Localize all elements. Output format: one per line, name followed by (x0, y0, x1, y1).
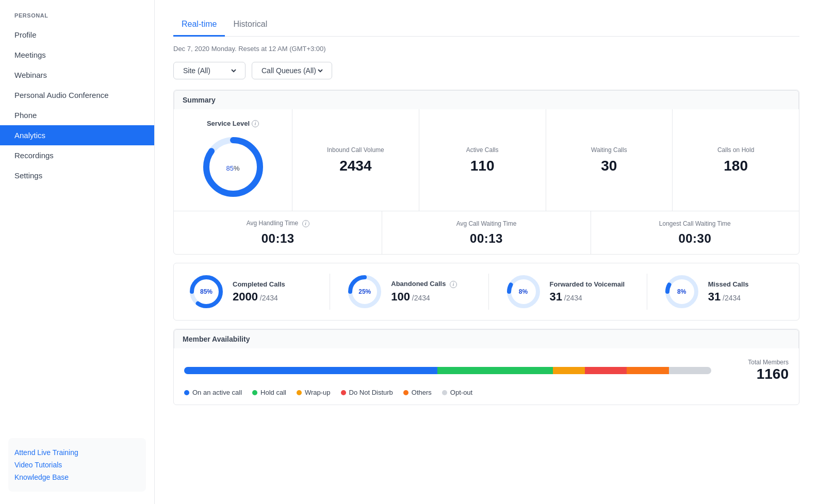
stat-longest-call-waiting-time: Longest Call Waiting Time 00:30 (591, 211, 799, 254)
video-tutorials-link[interactable]: Video Tutorials (14, 459, 140, 471)
legend-hold-call: Hold call (252, 389, 286, 396)
completed-donut: 85% (188, 274, 224, 310)
bar-opt-out (669, 367, 711, 374)
knowledge-base-link[interactable]: Knowledge Base (14, 471, 140, 483)
sidebar-link-settings[interactable]: Settings (0, 165, 154, 186)
stat-calls-on-hold: Calls on Hold 180 (673, 109, 799, 211)
legend-do-not-disturb: Do Not Disturb (341, 389, 393, 396)
summary-bottom-row: Avg Handling Time i 00:13 Avg Call Waiti… (174, 211, 799, 254)
stat-avg-call-waiting-time: Avg Call Waiting Time 00:13 (382, 211, 591, 254)
sidebar-link-webinars[interactable]: Webinars (0, 65, 154, 85)
call-stat-voicemail: 8% Forwarded to Voicemail 31 /2434 (488, 274, 626, 310)
bar-wrap-up (553, 367, 584, 374)
call-stat-abandoned: 25% Abandoned Calls i 100 /2434 (330, 274, 467, 310)
voicemail-donut: 8% (505, 274, 542, 310)
tabs-bar: Real-time Historical (173, 14, 799, 37)
summary-title: Summary (174, 90, 799, 109)
call-queues-select[interactable]: Call Queues (All) (259, 66, 324, 75)
sidebar: PERSONAL Profile Meetings Webinars Perso… (0, 0, 155, 504)
sidebar-help-section: Attend Live Training Video Tutorials Kno… (8, 438, 146, 492)
sidebar-item-recordings[interactable]: Recordings (0, 145, 154, 165)
abandoned-info-icon[interactable]: i (450, 281, 457, 288)
missed-donut: 8% (664, 274, 700, 310)
sidebar-item-analytics[interactable]: Analytics (0, 125, 154, 145)
stats-right: Inbound Call Volume 2434 Active Calls 11… (292, 109, 799, 211)
tab-realtime[interactable]: Real-time (173, 14, 225, 37)
bar-others (627, 367, 669, 374)
sidebar-link-personal-audio-conference[interactable]: Personal Audio Conference (0, 85, 154, 105)
sidebar-section-label: PERSONAL (0, 12, 154, 25)
legend-dot-do-not-disturb (341, 390, 346, 395)
date-info: Dec 7, 2020 Monday. Resets at 12 AM (GMT… (173, 45, 799, 53)
legend-dot-wrap-up (297, 390, 302, 395)
sidebar-link-recordings[interactable]: Recordings (0, 145, 154, 165)
sidebar-item-profile[interactable]: Profile (0, 25, 154, 45)
service-level-box: Service Level i 85% (174, 109, 292, 211)
sidebar-link-analytics[interactable]: Analytics (0, 125, 154, 145)
missed-percent: 8% (677, 288, 686, 295)
sidebar-item-meetings[interactable]: Meetings (0, 45, 154, 65)
member-availability-card: Member Availability Total Members 1160 (173, 329, 799, 405)
bar-hold-call (437, 367, 553, 374)
stat-avg-handling-time: Avg Handling Time i 00:13 (174, 211, 382, 254)
bar-active-call (184, 367, 437, 374)
sidebar-item-personal-audio-conference[interactable]: Personal Audio Conference (0, 85, 154, 105)
completed-percent: 85% (200, 288, 212, 295)
service-level-info-icon[interactable]: i (252, 120, 259, 127)
sidebar-nav: Profile Meetings Webinars Personal Audio… (0, 25, 154, 428)
sidebar-item-phone[interactable]: Phone (0, 105, 154, 125)
bar-do-not-disturb (585, 367, 627, 374)
site-select[interactable]: Site (All) (181, 66, 238, 75)
site-filter[interactable]: Site (All) (173, 62, 246, 79)
legend-dot-opt-out (442, 390, 447, 395)
content-area: Real-time Historical Dec 7, 2020 Monday.… (155, 0, 818, 504)
legend-dot-others (403, 390, 408, 395)
avg-handling-info-icon[interactable]: i (302, 220, 309, 227)
abandoned-donut: 25% (347, 274, 383, 310)
call-stat-missed: 8% Missed Calls 31 /2434 (647, 274, 784, 310)
attend-live-training-link[interactable]: Attend Live Training (14, 446, 140, 459)
member-availability-bar (184, 367, 711, 374)
summary-top-row: Service Level i 85% (174, 109, 799, 211)
sidebar-link-phone[interactable]: Phone (0, 105, 154, 125)
sidebar-item-webinars[interactable]: Webinars (0, 65, 154, 85)
legend-dot-hold-call (252, 390, 257, 395)
call-outcomes-card: 85% Completed Calls 2000 /2434 (173, 263, 799, 321)
sidebar-link-profile[interactable]: Profile (0, 25, 154, 45)
tab-historical[interactable]: Historical (225, 14, 275, 37)
filters-bar: Site (All) Call Queues (All) (173, 62, 799, 79)
call-stat-completed: 85% Completed Calls 2000 /2434 (188, 274, 309, 310)
stat-waiting-calls: Waiting Calls 30 (546, 109, 673, 211)
main-content: Real-time Historical Dec 7, 2020 Monday.… (155, 0, 818, 504)
member-bar-area: Total Members 1160 (174, 348, 799, 389)
member-legend: On an active call Hold call Wrap-up Do N… (174, 389, 799, 405)
legend-wrap-up: Wrap-up (297, 389, 331, 396)
sidebar-link-meetings[interactable]: Meetings (0, 45, 154, 65)
service-level-value: 85% (226, 160, 239, 174)
sidebar-item-settings[interactable]: Settings (0, 165, 154, 186)
legend-active-call: On an active call (184, 389, 242, 396)
summary-card: Summary Service Level i (173, 90, 799, 255)
member-total: Total Members 1160 (722, 359, 789, 382)
stat-inbound-call-volume: Inbound Call Volume 2434 (292, 109, 419, 211)
voicemail-percent: 8% (519, 288, 528, 295)
legend-dot-active-call (184, 390, 189, 395)
stat-active-calls: Active Calls 110 (419, 109, 546, 211)
legend-others: Others (403, 389, 432, 396)
service-level-title: Service Level i (207, 120, 259, 127)
member-availability-title: Member Availability (174, 329, 799, 348)
abandoned-percent: 25% (358, 288, 371, 295)
service-level-donut: 85% (200, 133, 267, 200)
legend-opt-out: Opt-out (442, 389, 472, 396)
call-queues-filter[interactable]: Call Queues (All) (252, 62, 332, 79)
